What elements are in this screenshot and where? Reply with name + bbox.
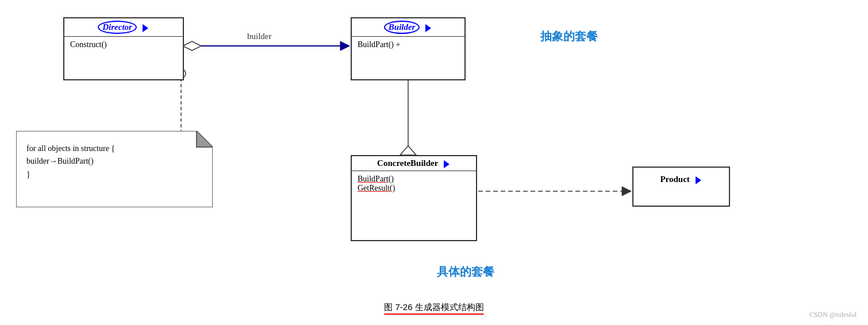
watermark: CSDN @ruleslol (809, 311, 857, 319)
director-triangle-icon (143, 24, 148, 32)
builder-triangle-icon (425, 24, 431, 32)
director-body: Construct() (64, 37, 183, 53)
concrete-method-2: GetResult() (358, 184, 470, 193)
product-header: Product (633, 168, 729, 187)
product-box: Product (632, 167, 730, 207)
builder-box: Builder BuildPart() + (351, 17, 466, 80)
builder-method: BuildPart() + (358, 40, 400, 49)
concrete-builder-body: BuildPart() GetResult() (352, 171, 476, 196)
concrete-builder-triangle-icon (444, 160, 450, 168)
diagram-container: builder Director Construct() Builder Bui… (0, 0, 868, 325)
caption: 图 7-26 生成器模式结构图 (384, 302, 483, 315)
note-line3: } (26, 168, 115, 181)
director-title: Director (98, 21, 137, 34)
builder-title: Builder (384, 21, 420, 34)
svg-marker-11 (197, 131, 213, 147)
director-header: Director (64, 18, 183, 37)
concrete-label: 具体的套餐 (437, 264, 494, 280)
note-line2: builder→BuildPart() (26, 155, 115, 168)
director-method: Construct() (70, 40, 107, 49)
concrete-builder-box: ConcreteBuilder BuildPart() GetResult() (351, 155, 477, 241)
svg-marker-0 (183, 41, 201, 51)
abstract-label: 抽象的套餐 (540, 29, 598, 44)
builder-header: Builder (352, 18, 464, 37)
svg-text:builder: builder (247, 32, 272, 41)
concrete-builder-title: ConcreteBuilder (377, 158, 438, 168)
director-box: Director Construct() (63, 17, 184, 80)
product-title: Product (660, 175, 689, 184)
svg-marker-2 (340, 41, 349, 51)
svg-marker-7 (400, 146, 416, 155)
product-triangle-icon (696, 176, 701, 184)
builder-body: BuildPart() + (352, 37, 464, 53)
caption-text: 图 7-26 生成器模式结构图 (384, 302, 483, 315)
concrete-builder-header: ConcreteBuilder (352, 156, 476, 171)
concrete-method-1: BuildPart() (358, 175, 470, 184)
note-text: for all objects in structure { builder→B… (26, 142, 115, 181)
svg-marker-9 (622, 187, 631, 196)
note-line1: for all objects in structure { (26, 142, 115, 155)
